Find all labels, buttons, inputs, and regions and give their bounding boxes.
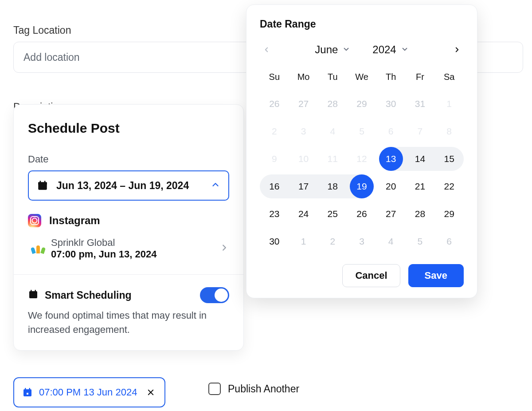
calendar-day[interactable]: 14 xyxy=(406,145,435,173)
save-button[interactable]: Save xyxy=(408,264,464,287)
svg-rect-9 xyxy=(25,388,26,390)
svg-rect-10 xyxy=(29,388,31,390)
date-range-text: Jun 13, 2024 – Jun 19, 2024 xyxy=(56,180,203,192)
calendar-day[interactable]: 11 xyxy=(318,145,347,173)
calendar-day[interactable]: 9 xyxy=(260,145,289,173)
calendar-day[interactable]: 7 xyxy=(406,118,435,145)
calendar-icon xyxy=(28,289,39,301)
calendar-day[interactable]: 31 xyxy=(406,90,435,118)
year-select[interactable]: 2024 xyxy=(372,43,408,56)
calendar-day[interactable]: 18 xyxy=(318,173,347,200)
platform-row: Instagram xyxy=(28,214,229,227)
dow-label: Tu xyxy=(318,67,347,90)
calendar-icon xyxy=(37,180,48,191)
chevron-down-icon xyxy=(401,43,409,56)
svg-rect-1 xyxy=(38,182,47,184)
calendar-day[interactable]: 21 xyxy=(406,173,435,200)
calendar-icon xyxy=(22,387,33,398)
scheduled-time-chip[interactable]: 07:00 PM 13 Jun 2024 xyxy=(13,377,165,407)
prev-month-button[interactable] xyxy=(260,43,273,56)
calendar-day[interactable]: 2 xyxy=(260,118,289,145)
calendar-day[interactable]: 29 xyxy=(347,90,376,118)
calendar-day[interactable]: 19 xyxy=(347,173,376,200)
calendar-day[interactable]: 17 xyxy=(289,173,318,200)
publish-another-checkbox[interactable] xyxy=(208,383,221,395)
popover-title: Date Range xyxy=(260,18,464,30)
calendar-day[interactable]: 22 xyxy=(434,173,464,200)
smart-scheduling-title: Smart Scheduling xyxy=(45,289,194,301)
date-range-button[interactable]: Jun 13, 2024 – Jun 19, 2024 xyxy=(28,170,229,201)
year-label: 2024 xyxy=(372,43,396,56)
calendar-day[interactable]: 13 xyxy=(376,145,406,173)
calendar-day[interactable]: 27 xyxy=(289,90,318,118)
svg-rect-6 xyxy=(31,290,32,292)
calendar-day[interactable]: 16 xyxy=(260,173,289,200)
calendar-day[interactable]: 28 xyxy=(406,200,435,228)
calendar-day[interactable]: 30 xyxy=(376,90,406,118)
calendar-day[interactable]: 8 xyxy=(434,118,464,145)
account-time: 07:00 pm, Jun 13, 2024 xyxy=(51,249,212,260)
calendar-day[interactable]: 30 xyxy=(260,228,289,255)
calendar-day[interactable]: 4 xyxy=(318,118,347,145)
account-row[interactable]: Sprinklr Global 07:00 pm, Jun 13, 2024 xyxy=(28,237,229,260)
calendar-day[interactable]: 29 xyxy=(434,200,464,228)
calendar-day[interactable]: 5 xyxy=(347,118,376,145)
platform-name: Instagram xyxy=(49,214,100,227)
chevron-down-icon xyxy=(342,43,350,56)
next-month-button[interactable] xyxy=(450,43,464,56)
svg-rect-3 xyxy=(44,181,46,183)
calendar-day[interactable]: 4 xyxy=(376,228,406,255)
calendar-day[interactable]: 26 xyxy=(347,200,376,228)
instagram-icon xyxy=(28,214,41,227)
svg-rect-5 xyxy=(29,291,37,298)
smart-scheduling-description: We found optimal times that may result i… xyxy=(28,308,229,337)
calendar-day[interactable]: 2 xyxy=(318,228,347,255)
calendar-day[interactable]: 20 xyxy=(376,173,406,200)
calendar-day[interactable]: 10 xyxy=(289,145,318,173)
dow-label: Sa xyxy=(434,67,464,90)
cancel-button[interactable]: Cancel xyxy=(342,264,400,287)
calendar-day[interactable]: 5 xyxy=(406,228,435,255)
calendar-day[interactable]: 3 xyxy=(347,228,376,255)
calendar-day[interactable]: 1 xyxy=(434,90,464,118)
calendar-day[interactable]: 15 xyxy=(434,145,464,173)
calendar-day[interactable]: 12 xyxy=(347,145,376,173)
chevron-up-icon xyxy=(211,180,220,191)
chip-close-button[interactable] xyxy=(143,384,158,401)
publish-another-label: Publish Another xyxy=(228,383,299,395)
month-select[interactable]: June xyxy=(315,43,350,56)
calendar-day[interactable]: 1 xyxy=(289,228,318,255)
calendar-day[interactable]: 25 xyxy=(318,200,347,228)
dow-label: Fr xyxy=(406,67,435,90)
calendar-day[interactable]: 26 xyxy=(260,90,289,118)
schedule-post-title: Schedule Post xyxy=(28,121,229,136)
svg-rect-4 xyxy=(39,186,46,189)
chip-text: 07:00 PM 13 Jun 2024 xyxy=(39,387,137,398)
svg-rect-7 xyxy=(35,290,36,292)
schedule-post-card: Schedule Post Date Jun 13, 2024 – Jun 19… xyxy=(13,104,244,351)
calendar-day[interactable]: 23 xyxy=(260,200,289,228)
divider xyxy=(14,274,243,275)
svg-rect-11 xyxy=(27,393,28,395)
svg-rect-2 xyxy=(40,181,41,183)
calendar-day[interactable]: 28 xyxy=(318,90,347,118)
smart-scheduling-toggle[interactable] xyxy=(200,287,229,303)
dow-label: Su xyxy=(260,67,289,90)
date-range-popover: Date Range June 2024 SuMoTuWeThFrSa 2627… xyxy=(246,4,477,298)
dow-label: Th xyxy=(376,67,406,90)
calendar-day[interactable]: 6 xyxy=(434,228,464,255)
chevron-right-icon xyxy=(219,243,229,254)
dow-label: We xyxy=(347,67,376,90)
sprinklr-icon xyxy=(32,243,44,254)
calendar-day[interactable]: 27 xyxy=(376,200,406,228)
date-label: Date xyxy=(28,154,229,165)
account-name: Sprinklr Global xyxy=(51,237,212,249)
calendar-day[interactable]: 6 xyxy=(376,118,406,145)
calendar-day[interactable]: 24 xyxy=(289,200,318,228)
calendar-day[interactable]: 3 xyxy=(289,118,318,145)
dow-label: Mo xyxy=(289,67,318,90)
month-label: June xyxy=(315,43,338,56)
